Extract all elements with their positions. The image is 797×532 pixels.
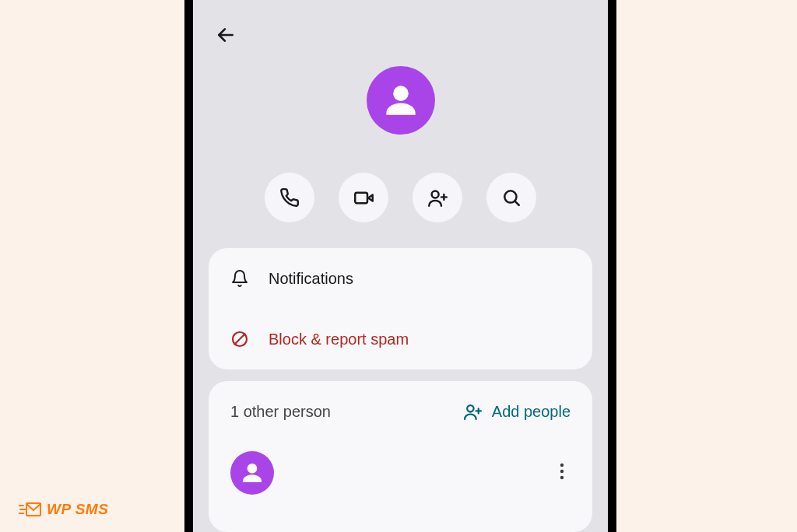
svg-line-8: [515, 201, 519, 205]
back-arrow-icon: [216, 25, 236, 45]
video-call-button[interactable]: [339, 173, 388, 222]
settings-card: Notifications Block & report spam: [209, 248, 592, 369]
people-header: 1 other person Add people: [209, 381, 592, 442]
block-icon: [230, 330, 249, 348]
person-avatar[interactable]: [230, 451, 274, 495]
people-card: 1 other person Add people: [209, 381, 592, 532]
add-person-button[interactable]: [413, 173, 462, 222]
person-more-button[interactable]: [553, 456, 571, 490]
notifications-label: Notifications: [269, 270, 353, 288]
person-add-icon: [463, 402, 483, 422]
block-label: Block & report spam: [269, 331, 409, 348]
person-add-icon: [427, 187, 448, 208]
person-icon: [238, 459, 266, 487]
add-people-button[interactable]: Add people: [463, 402, 571, 422]
person-row[interactable]: [209, 451, 592, 495]
svg-line-10: [235, 334, 245, 345]
video-icon: [353, 187, 374, 208]
more-vert-icon: [560, 462, 564, 481]
phone-frame: Notifications Block & report spam 1 othe…: [184, 0, 616, 532]
add-people-label: Add people: [492, 403, 571, 421]
svg-point-17: [560, 476, 564, 479]
person-icon: [379, 79, 423, 122]
logo-text: WP SMS: [47, 501, 108, 518]
svg-point-14: [248, 464, 258, 474]
svg-marker-3: [368, 194, 373, 201]
svg-rect-2: [355, 192, 367, 203]
call-button[interactable]: [265, 173, 314, 222]
svg-point-4: [431, 191, 438, 198]
search-icon: [501, 187, 521, 208]
search-button[interactable]: [486, 173, 536, 222]
svg-point-1: [393, 86, 409, 101]
action-row: [193, 173, 608, 222]
phone-screen: Notifications Block & report spam 1 othe…: [193, 0, 608, 532]
contact-avatar[interactable]: [367, 66, 435, 135]
other-person-count: 1 other person: [230, 403, 331, 421]
notifications-row[interactable]: Notifications: [209, 248, 592, 309]
svg-point-11: [467, 405, 473, 411]
wp-sms-logo: WP SMS: [19, 501, 108, 518]
bell-icon: [230, 269, 249, 288]
block-report-row[interactable]: Block & report spam: [209, 309, 592, 369]
svg-point-16: [560, 470, 564, 473]
phone-icon: [279, 187, 300, 208]
envelope-icon: [19, 501, 42, 518]
svg-point-15: [560, 464, 564, 467]
back-button[interactable]: [214, 23, 237, 47]
